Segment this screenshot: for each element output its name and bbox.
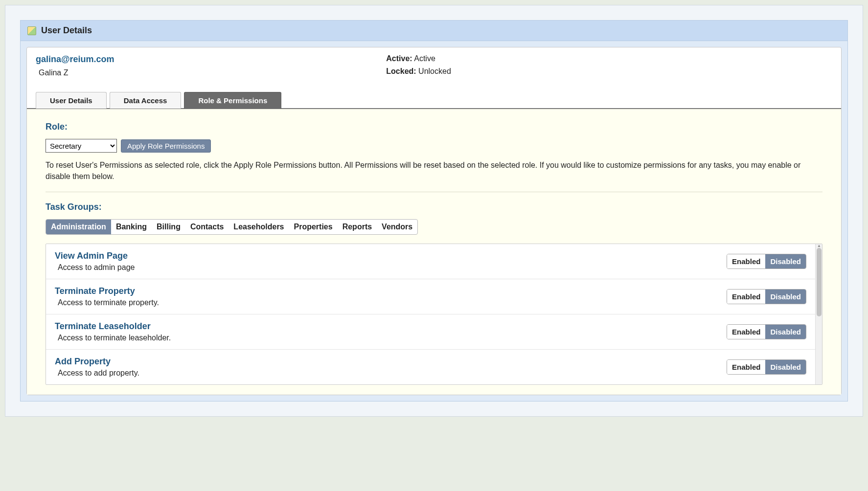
task-item: Terminate LeaseholderAccess to terminate… [46,314,815,350]
panel-title: User Details [41,25,92,36]
role-permissions-content: Role: Secretary Apply Role Permissions T… [27,109,841,395]
task-item: Add PropertyAccess to add property.Enabl… [46,350,815,384]
scroll-up-arrow[interactable]: ▲ [817,244,822,248]
active-label: Active: [386,54,412,63]
role-help-text: To reset User's Permissions as selected … [46,159,822,182]
disabled-button[interactable]: Disabled [765,254,806,268]
task-title: Add Property [55,357,727,367]
task-tab-properties[interactable]: Properties [289,220,338,234]
task-title: View Admin Page [55,251,727,261]
task-tab-administration[interactable]: Administration [46,220,111,234]
task-tab-contacts[interactable]: Contacts [185,220,228,234]
task-tab-billing[interactable]: Billing [152,220,185,234]
tab-data-access[interactable]: Data Access [110,92,182,109]
task-description: Access to terminate property. [58,298,727,307]
user-email[interactable]: galina@reium.com [36,54,386,65]
disabled-button[interactable]: Disabled [765,290,806,304]
apply-role-permissions-button[interactable]: Apply Role Permissions [121,139,211,153]
status-active: Active: Active [386,54,832,63]
task-list-container: View Admin PageAccess to admin pageEnabl… [46,244,822,385]
status-locked: Locked: Unlocked [386,67,832,76]
task-item: Terminate PropertyAccess to terminate pr… [46,279,815,314]
enable-disable-toggle: EnabledDisabled [727,359,806,375]
task-description: Access to add property. [58,369,727,378]
scrollbar[interactable]: ▲ [815,244,822,384]
user-card: galina@reium.com Galina Z Active: Active… [26,47,842,395]
task-item: View Admin PageAccess to admin pageEnabl… [46,244,815,279]
task-description: Access to terminate leaseholder. [58,334,727,342]
user-name: Galina Z [39,68,386,77]
role-heading: Role: [46,122,822,132]
task-tab-vendors[interactable]: Vendors [377,220,417,234]
task-tab-reports[interactable]: Reports [338,220,377,234]
task-title: Terminate Property [55,286,727,296]
enabled-button[interactable]: Enabled [727,325,765,339]
locked-label: Locked: [386,67,416,75]
active-value: Active [414,54,435,63]
enable-disable-toggle: EnabledDisabled [727,289,806,304]
enabled-button[interactable]: Enabled [727,290,765,304]
user-details-panel: User Details galina@reium.com Galina Z A… [20,20,848,402]
user-details-icon [27,26,36,35]
task-group-tabs: AdministrationBankingBillingContactsLeas… [46,219,418,235]
task-title: Terminate Leaseholder [55,321,727,332]
section-divider [46,192,822,192]
panel-header: User Details [21,21,847,41]
disabled-button[interactable]: Disabled [765,360,806,374]
disabled-button[interactable]: Disabled [765,325,806,339]
tab-role-permissions[interactable]: Role & Permissions [184,92,281,109]
role-select[interactable]: Secretary [46,139,117,153]
locked-value: Unlocked [418,67,451,75]
enabled-button[interactable]: Enabled [727,254,765,268]
task-tab-leaseholders[interactable]: Leaseholders [228,220,289,234]
enable-disable-toggle: EnabledDisabled [727,324,806,339]
task-list: View Admin PageAccess to admin pageEnabl… [46,244,815,384]
task-tab-banking[interactable]: Banking [111,220,152,234]
scroll-thumb[interactable] [817,248,822,316]
task-groups-heading: Task Groups: [46,202,822,212]
task-description: Access to admin page [58,263,727,272]
main-tabs: User DetailsData AccessRole & Permission… [27,85,841,109]
tab-user-details[interactable]: User Details [36,92,107,109]
enabled-button[interactable]: Enabled [727,360,765,374]
enable-disable-toggle: EnabledDisabled [727,254,806,269]
